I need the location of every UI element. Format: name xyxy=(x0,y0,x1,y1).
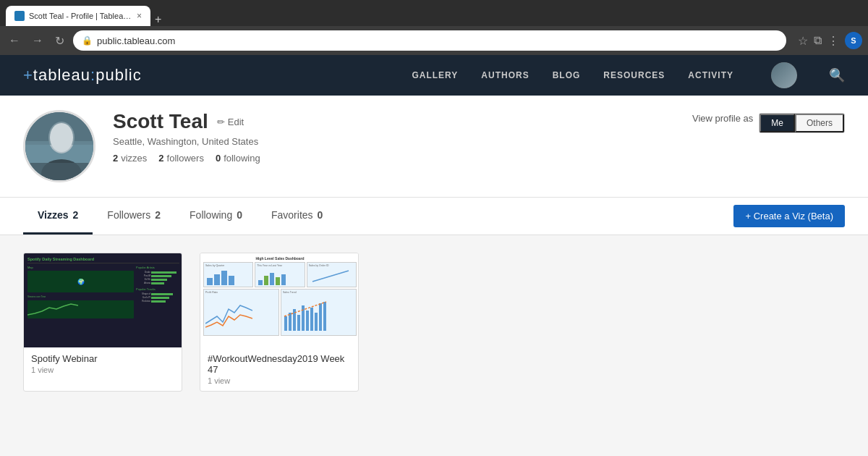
lock-icon: 🔒 xyxy=(82,35,93,46)
svg-rect-26 xyxy=(319,303,322,331)
workout-cell-2: This Year vs Last Year xyxy=(255,262,305,287)
active-tab[interactable]: Scott Teal - Profile | Tableau P... × xyxy=(6,6,150,26)
new-tab-button[interactable]: + xyxy=(150,13,166,26)
view-me-button[interactable]: Me xyxy=(760,114,795,132)
svg-line-17 xyxy=(312,271,349,282)
artists-label: Popular Artists xyxy=(136,266,179,269)
tab-following[interactable]: Following 0 xyxy=(175,198,257,235)
nav-user-avatar[interactable] xyxy=(771,62,797,88)
edit-button[interactable]: ✏ Edit xyxy=(217,117,244,127)
bar-3: Ed Sh xyxy=(136,278,179,281)
tab-vizzes-label: Vizzes xyxy=(38,209,69,221)
search-icon[interactable]: 🔍 xyxy=(829,67,845,83)
tableau-navbar: +tableau:public GALLERY AUTHORS BLOG RES… xyxy=(0,55,868,96)
address-bar-row: ← → ↻ 🔒 public.tableau.com ☆ ⧉ ⋮ S xyxy=(0,26,868,55)
tracks-label: Popular Tracks xyxy=(136,287,179,291)
tab-favorites-count: 0 xyxy=(318,209,323,221)
address-bar[interactable]: 🔒 public.tableau.com xyxy=(73,30,786,51)
workout-visualization: High Level Sales Dashboard Sales by Quar… xyxy=(200,253,359,347)
tab-favorites-label: Favorites xyxy=(271,209,313,221)
track-bar-3: Rockstar xyxy=(136,300,179,303)
nav-authors[interactable]: AUTHORS xyxy=(481,70,529,80)
viz-info-spotify: Spotify Webinar 1 view xyxy=(24,347,182,380)
tab-vizzes[interactable]: Vizzes 2 xyxy=(23,198,93,235)
profile-name-row: Scott Teal ✏ Edit xyxy=(113,110,692,133)
following-label: following xyxy=(224,153,260,164)
tab-followers[interactable]: Followers 2 xyxy=(93,198,175,235)
viz-thumbnail-spotify: Spotify Daily Streaming Dashboard Map 🌍 … xyxy=(24,253,182,347)
tab-following-label: Following xyxy=(190,209,232,221)
streams-label: Streams over Time xyxy=(27,295,134,298)
following-count: 0 xyxy=(216,153,221,164)
track-bar-1: Shape of xyxy=(136,292,179,295)
nav-resources[interactable]: RESOURCES xyxy=(603,70,665,80)
svg-rect-6 xyxy=(25,163,93,180)
viz-views-workout: 1 view xyxy=(208,376,351,385)
workout-cell-3: Sales by Order ID xyxy=(307,262,357,287)
workout-cell-bottom-2: Sales Trend xyxy=(281,289,357,336)
viz-title-workout: #WorkoutWednesday2019 Week 47 xyxy=(208,353,351,375)
create-viz-button[interactable]: + Create a Viz (Beta) xyxy=(733,205,845,227)
profile-location: Seattle, Washington, United States xyxy=(113,136,692,147)
tracks-section: Popular Tracks Shape of God's Pl Rocksta… xyxy=(136,287,179,303)
spotify-right: Popular Artists Drake Post M Ed Sh Arian… xyxy=(136,266,179,318)
streams-chart xyxy=(27,300,134,318)
profile-avatar: person xyxy=(23,110,95,182)
svg-rect-27 xyxy=(323,302,326,331)
nav-blog[interactable]: BLOG xyxy=(553,70,581,80)
workout-bottom-grid: Profit Ratio Sales Trend xyxy=(203,289,357,336)
svg-rect-8 xyxy=(207,278,213,285)
view-others-button[interactable]: Others xyxy=(795,114,844,132)
tab-close-icon[interactable]: × xyxy=(137,11,142,21)
star-icon[interactable]: ☆ xyxy=(798,34,808,48)
followers-count: 2 xyxy=(158,153,163,164)
viz-grid: Spotify Daily Streaming Dashboard Map 🌍 … xyxy=(23,253,845,392)
viz-title-spotify: Spotify Webinar xyxy=(31,353,174,364)
profile-section: person Scott Teal ✏ Edit Seattle, Washin… xyxy=(0,96,868,198)
refresh-button[interactable]: ↻ xyxy=(52,31,67,51)
track-bar-2: God's Pl xyxy=(136,296,179,299)
view-profile-label: View profile as xyxy=(692,113,753,124)
profile-avatar-image: person xyxy=(25,112,93,180)
svg-rect-25 xyxy=(315,313,318,331)
browser-chrome: Scott Teal - Profile | Tableau P... × + xyxy=(0,0,868,26)
back-button[interactable]: ← xyxy=(6,31,23,50)
workout-header: High Level Sales Dashboard xyxy=(203,256,357,261)
viz-views-spotify: 1 view xyxy=(31,366,174,374)
svg-rect-24 xyxy=(310,308,313,331)
tab-favorites[interactable]: Favorites 0 xyxy=(257,198,337,235)
svg-rect-10 xyxy=(221,271,227,285)
viz-card-workout[interactable]: High Level Sales Dashboard Sales by Quar… xyxy=(200,253,359,392)
following-stat: 0 following xyxy=(216,153,260,164)
spotify-body: Map 🌍 Streams over Time xyxy=(27,266,179,318)
profile-stats: 2 vizzes 2 followers 0 following xyxy=(113,153,692,164)
user-avatar-small[interactable]: S xyxy=(845,32,862,49)
tab-followers-label: Followers xyxy=(107,209,150,221)
svg-point-5 xyxy=(50,123,73,152)
viz-card-spotify[interactable]: Spotify Daily Streaming Dashboard Map 🌍 … xyxy=(23,253,182,392)
spotify-map: 🌍 xyxy=(27,271,134,292)
menu-icon[interactable]: ⋮ xyxy=(827,34,839,48)
spotify-header: Spotify Daily Streaming Dashboard xyxy=(27,257,179,263)
profile-name: Scott Teal xyxy=(113,110,208,133)
tabs-section: Vizzes 2 Followers 2 Following 0 Favorit… xyxy=(0,198,868,235)
forward-button[interactable]: → xyxy=(29,31,46,50)
svg-rect-19 xyxy=(289,313,292,331)
nav-gallery[interactable]: GALLERY xyxy=(412,70,458,80)
map-label: Map xyxy=(27,266,134,269)
viz-info-workout: #WorkoutWednesday2019 Week 47 1 view xyxy=(200,347,358,391)
tableau-logo[interactable]: +tableau:public xyxy=(23,66,412,85)
url-text: public.tableau.com xyxy=(97,35,175,46)
viz-thumbnail-workout: High Level Sales Dashboard Sales by Quar… xyxy=(200,253,359,347)
extensions-icon[interactable]: ⧉ xyxy=(814,34,822,47)
tab-favicon xyxy=(14,11,25,21)
svg-rect-16 xyxy=(281,274,286,285)
bar-2: Post M xyxy=(136,274,179,277)
nav-activity[interactable]: ACTIVITY xyxy=(688,70,733,80)
map-visual: 🌍 xyxy=(77,279,85,285)
workout-cell-1: Sales by Quarter xyxy=(203,262,253,287)
vizzes-count: 2 xyxy=(113,153,118,164)
svg-rect-15 xyxy=(276,277,280,285)
content-area: Spotify Daily Streaming Dashboard Map 🌍 … xyxy=(0,235,868,452)
view-profile-as: View profile as Me Others xyxy=(692,110,845,133)
